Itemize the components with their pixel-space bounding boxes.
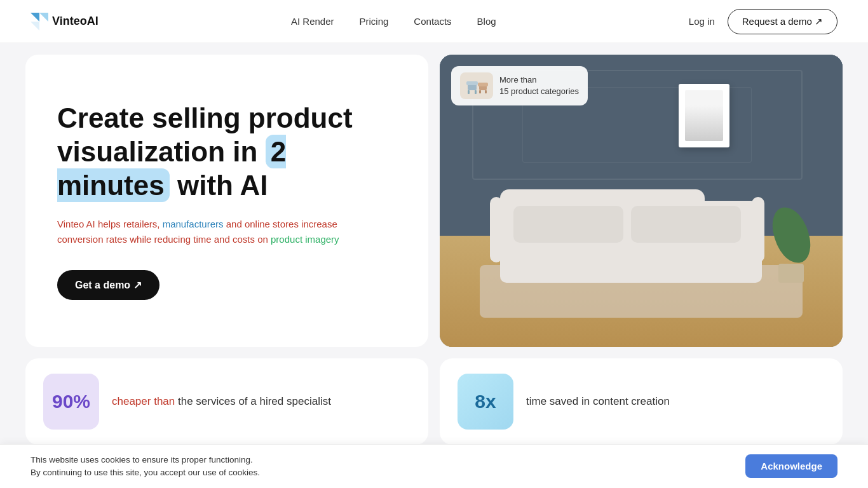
svg-rect-6 [468, 90, 470, 94]
svg-marker-0 [31, 13, 39, 22]
cookie-text: This website uses cookies to ensure its … [31, 454, 260, 480]
stat-badge-90: 90% [43, 374, 99, 430]
stat-cheaper-rest: the services of a hired specialist [178, 395, 331, 407]
stat-value-8x: 8x [475, 391, 496, 412]
sofa-arm-right [752, 197, 764, 262]
logo-icon [31, 13, 48, 30]
stat-text-1: cheaper than the services of a hired spe… [112, 394, 331, 409]
cookie-line1: This website uses cookies to ensure its … [31, 454, 260, 466]
svg-rect-11 [485, 90, 487, 93]
navbar: VinteoAI AI Render Pricing Contacts Blog… [0, 0, 868, 43]
acknowledge-button[interactable]: Acknowledge [745, 454, 837, 478]
sofa-cushion-left [513, 206, 623, 243]
badge-thumbnail [460, 72, 493, 99]
cookie-bar: This website uses cookies to ensure its … [0, 444, 868, 489]
nav-blog[interactable]: Blog [477, 16, 496, 27]
get-demo-button[interactable]: Get a demo ↗ [57, 270, 159, 300]
hero-sub-p4: product imagery [271, 234, 339, 245]
nav-contacts[interactable]: Contacts [414, 16, 451, 27]
badge-line2: 15 product categories [499, 86, 579, 97]
hero-title-line1: Create selling product [57, 102, 353, 133]
nav-pricing[interactable]: Pricing [360, 16, 389, 27]
hero-title-line2-before: visualization in [57, 136, 266, 167]
sofa-cushion-right [631, 206, 741, 243]
svg-rect-5 [466, 81, 478, 85]
svg-marker-2 [31, 22, 39, 30]
stat-cheaper-label: cheaper than [112, 395, 178, 407]
badge-text-block: More than 15 product categories [499, 74, 579, 97]
artwork-inner [685, 90, 723, 141]
stat-card-1: 90% cheaper than the services of a hired… [25, 358, 428, 445]
stat-time-label: time saved in content creation [526, 395, 670, 407]
login-button[interactable]: Log in [689, 16, 715, 27]
stat-badge-8x: 8x [458, 374, 513, 430]
nav-right: Log in Request a demo ↗ [689, 9, 837, 34]
logo-text: VinteoAI [52, 15, 98, 28]
svg-marker-1 [39, 13, 48, 22]
sofa-arm-left [490, 197, 503, 262]
product-badge: More than 15 product categories [451, 66, 588, 105]
svg-rect-7 [475, 90, 477, 94]
stat-value-90: 90% [52, 391, 90, 412]
hero-sub-p1: Vinteo AI helps retailers, [57, 219, 163, 229]
plant [772, 207, 810, 283]
nav-ai-render[interactable]: AI Render [291, 16, 334, 27]
stats-row: 90% cheaper than the services of a hired… [0, 358, 868, 452]
request-demo-button[interactable]: Request a demo ↗ [728, 9, 837, 34]
hero-subtitle: Vinteo AI helps retailers, manufacturers… [57, 217, 375, 247]
svg-rect-9 [478, 83, 488, 86]
sofa [500, 201, 762, 283]
badge-line1: More than [499, 74, 579, 86]
nav-links: AI Render Pricing Contacts Blog [291, 16, 496, 27]
hero-card: Create selling product visualization in … [25, 55, 428, 347]
hero-sub-p2: manufacturers [163, 219, 224, 229]
main-area: Create selling product visualization in … [0, 43, 868, 358]
badge-thumbnail-icon [461, 74, 492, 98]
hero-image-card: More than 15 product categories [440, 55, 843, 347]
plant-pot [778, 264, 804, 283]
logo[interactable]: VinteoAI [31, 13, 98, 30]
cookie-line2: By continuing to use this site, you acce… [31, 466, 260, 479]
plant-leaf [769, 204, 813, 266]
stat-text-2: time saved in content creation [526, 394, 670, 409]
stat-card-2: 8x time saved in content creation [440, 358, 843, 445]
hero-title: Create selling product visualization in … [57, 102, 397, 202]
hero-title-line2-after: with AI [170, 170, 268, 201]
artwork [679, 84, 729, 147]
svg-rect-10 [479, 90, 481, 93]
